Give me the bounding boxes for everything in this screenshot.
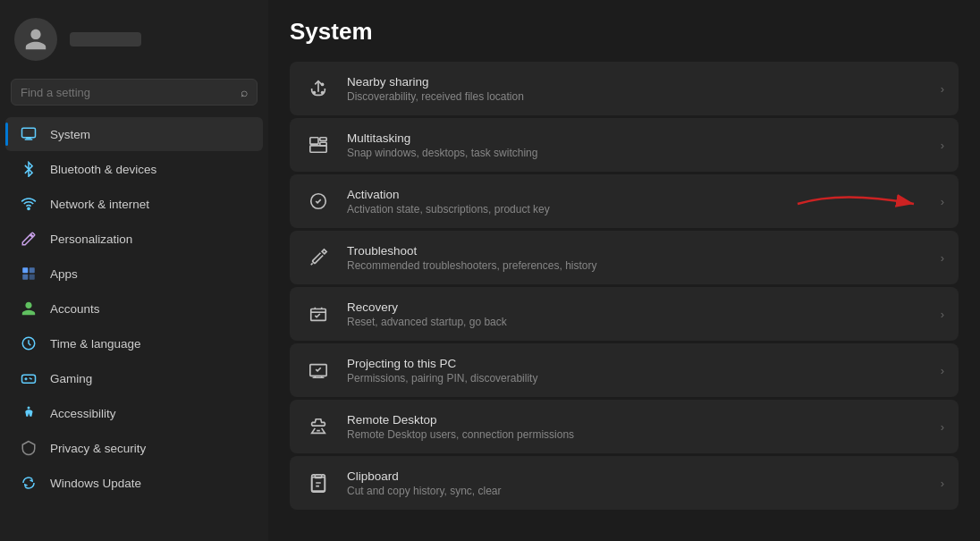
sidebar-item-personalization[interactable]: Personalization: [5, 222, 263, 256]
recovery-desc: Reset, advanced startup, go back: [347, 316, 926, 328]
recovery-chevron: ›: [941, 308, 944, 321]
accounts-icon: [20, 300, 38, 317]
clipboard-desc: Cut and copy history, sync, clear: [347, 485, 926, 497]
nearby-sharing-desc: Discoverability, received files location: [347, 90, 926, 103]
gaming-icon: [20, 369, 38, 387]
svg-rect-14: [310, 138, 318, 144]
sidebar-item-label-apps: Apps: [50, 267, 78, 281]
avatar: [14, 18, 57, 61]
activation-text: Activation Activation state, subscriptio…: [347, 188, 926, 216]
setting-item-multitasking[interactable]: Multitasking Snap windows, desktops, tas…: [290, 118, 959, 172]
troubleshoot-title: Troubleshoot: [347, 244, 926, 258]
sidebar-item-update[interactable]: Windows Update: [5, 466, 263, 500]
recovery-title: Recovery: [347, 300, 926, 314]
setting-item-nearby-sharing[interactable]: Nearby sharing Discoverability, received…: [290, 62, 959, 115]
remote-desktop-title: Remote Desktop: [347, 413, 926, 427]
remote-desktop-desc: Remote Desktop users, connection permiss…: [347, 428, 926, 441]
sidebar-nav: System Bluetooth & devices Network & int…: [0, 116, 268, 501]
sidebar-item-gaming[interactable]: Gaming: [5, 361, 263, 395]
sidebar-item-label-network: Network & internet: [50, 198, 149, 211]
sidebar: ⌕ System Bluetooth & devices Network & i…: [0, 0, 268, 541]
accessibility-icon: [20, 404, 38, 422]
username-bar: [70, 32, 141, 46]
nearby-sharing-text: Nearby sharing Discoverability, received…: [347, 75, 926, 103]
setting-item-remote-desktop[interactable]: Remote Desktop Remote Desktop users, con…: [290, 400, 959, 453]
sidebar-item-apps[interactable]: Apps: [5, 257, 263, 291]
troubleshoot-desc: Recommended troubleshooters, preferences…: [347, 259, 926, 272]
activation-chevron: ›: [941, 195, 944, 208]
sidebar-item-time[interactable]: Time & language: [5, 326, 263, 360]
sidebar-item-accounts[interactable]: Accounts: [5, 292, 263, 325]
svg-rect-0: [22, 128, 36, 138]
multitasking-text: Multitasking Snap windows, desktops, tas…: [347, 131, 926, 159]
clipboard-text: Clipboard Cut and copy history, sync, cl…: [347, 469, 926, 497]
svg-rect-17: [310, 146, 326, 152]
page-title: System: [290, 18, 959, 46]
sidebar-item-bluetooth[interactable]: Bluetooth & devices: [5, 152, 263, 186]
remote-desktop-chevron: ›: [941, 420, 944, 434]
sidebar-item-label-accounts: Accounts: [50, 302, 100, 316]
activation-title: Activation: [347, 188, 926, 201]
sidebar-item-label-update: Windows Update: [50, 477, 141, 490]
svg-rect-15: [320, 138, 326, 141]
sidebar-item-system[interactable]: System: [5, 117, 263, 151]
sidebar-item-network[interactable]: Network & internet: [5, 187, 263, 221]
search-input[interactable]: [21, 86, 233, 99]
system-icon: [20, 125, 38, 143]
nearby-sharing-icon: [304, 74, 333, 103]
svg-rect-9: [22, 375, 36, 383]
projecting-title: Projecting to this PC: [347, 357, 926, 370]
sidebar-item-label-personalization: Personalization: [50, 232, 132, 246]
network-icon: [20, 195, 38, 213]
search-box[interactable]: ⌕: [11, 79, 258, 106]
troubleshoot-chevron: ›: [941, 251, 944, 265]
sidebar-item-label-accessibility: Accessibility: [50, 407, 116, 420]
svg-point-12: [313, 91, 317, 95]
apps-icon: [20, 265, 38, 283]
projecting-icon: [304, 356, 333, 385]
sidebar-item-label-gaming: Gaming: [50, 372, 92, 385]
sidebar-item-label-system: System: [50, 128, 90, 141]
svg-rect-2: [25, 139, 33, 140]
main-content: System Nearby sharing Discoverability, r…: [268, 0, 980, 541]
update-icon: [20, 474, 38, 492]
sidebar-item-label-bluetooth: Bluetooth & devices: [50, 163, 156, 176]
activation-icon: [304, 187, 333, 216]
search-icon: ⌕: [241, 85, 248, 99]
sidebar-item-label-time: Time & language: [50, 337, 141, 351]
projecting-desc: Permissions, pairing PIN, discoverabilit…: [347, 372, 926, 385]
svg-rect-23: [312, 478, 325, 492]
projecting-text: Projecting to this PC Permissions, pairi…: [347, 357, 926, 385]
time-icon: [20, 334, 38, 352]
user-section: [0, 11, 268, 75]
clipboard-icon: [304, 469, 333, 497]
settings-list: Nearby sharing Discoverability, received…: [290, 62, 959, 510]
clipboard-title: Clipboard: [347, 469, 926, 483]
personalization-icon: [20, 230, 38, 248]
recovery-text: Recovery Reset, advanced startup, go bac…: [347, 300, 926, 328]
remote-desktop-text: Remote Desktop Remote Desktop users, con…: [347, 413, 926, 441]
setting-item-troubleshoot[interactable]: Troubleshoot Recommended troubleshooters…: [290, 231, 959, 284]
sidebar-item-accessibility[interactable]: Accessibility: [5, 396, 263, 430]
svg-rect-6: [22, 275, 28, 280]
svg-rect-7: [30, 275, 35, 280]
bluetooth-icon: [20, 160, 38, 178]
setting-item-activation[interactable]: Activation Activation state, subscriptio…: [290, 174, 959, 228]
setting-item-clipboard[interactable]: Clipboard Cut and copy history, sync, cl…: [290, 456, 959, 510]
remote-desktop-icon: [304, 412, 333, 441]
svg-point-11: [321, 83, 325, 87]
clipboard-chevron: ›: [941, 477, 944, 490]
setting-item-projecting[interactable]: Projecting to this PC Permissions, pairi…: [290, 343, 959, 397]
nearby-sharing-title: Nearby sharing: [347, 75, 926, 89]
privacy-icon: [20, 439, 38, 457]
troubleshoot-icon: [304, 243, 333, 272]
nearby-sharing-chevron: ›: [941, 82, 944, 96]
sidebar-item-privacy[interactable]: Privacy & security: [5, 431, 263, 465]
setting-item-recovery[interactable]: Recovery Reset, advanced startup, go bac…: [290, 287, 959, 341]
svg-rect-5: [30, 267, 35, 273]
troubleshoot-text: Troubleshoot Recommended troubleshooters…: [347, 244, 926, 272]
multitasking-title: Multitasking: [347, 131, 926, 145]
multitasking-icon: [304, 131, 333, 159]
svg-rect-1: [26, 138, 31, 139]
svg-rect-4: [22, 267, 28, 273]
